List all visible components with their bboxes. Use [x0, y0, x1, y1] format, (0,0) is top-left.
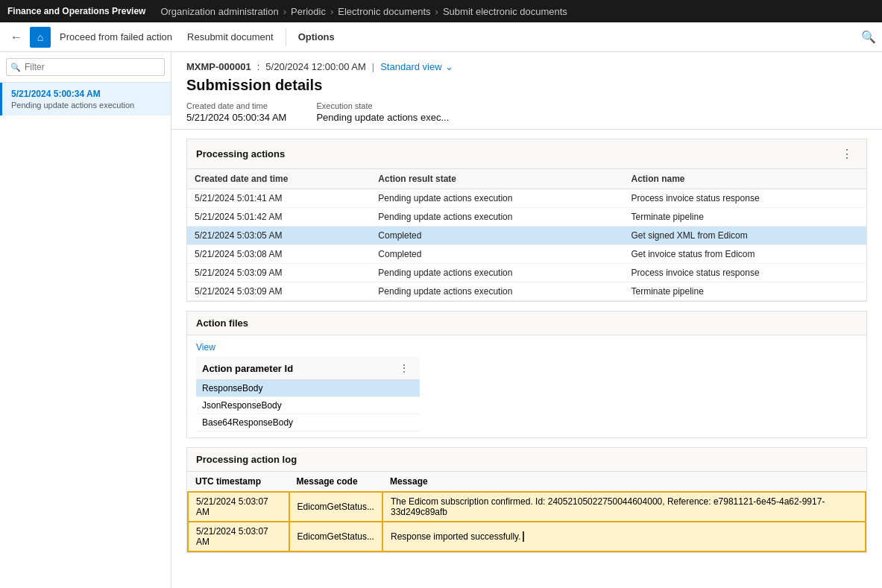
proceed-button[interactable]: Proceed from failed action [54, 28, 178, 45]
cell-state: Completed [371, 227, 623, 245]
content-header: MXMP-000001 : 5/20/2024 12:00:00 AM | St… [171, 52, 882, 130]
created-value: 5/21/2024 05:00:34 AM [186, 112, 286, 123]
toolbar: ← ⌂ Proceed from failed action Resubmit … [0, 22, 882, 52]
sidebar-item-0[interactable]: 5/21/2024 5:00:34 AM Pending update acti… [0, 83, 171, 116]
action-files-content: View Action parameter Id ⋮ [187, 335, 866, 437]
col-name[interactable]: Action name [623, 169, 866, 189]
table-row[interactable]: 5/21/2024 5:01:41 AM Pending update acti… [187, 189, 866, 208]
list-item[interactable]: ResponseBody [196, 380, 420, 397]
cell-name: Get invoice status from Edicom [623, 245, 866, 264]
log-timestamp: 5/21/2024 5:03:07 AM [188, 492, 289, 522]
cell-date: 5/21/2024 5:03:08 AM [187, 245, 371, 264]
chevron-down-icon: ⌄ [445, 61, 453, 72]
cell-name: Terminate pipeline [623, 282, 866, 301]
back-button[interactable]: ← [6, 29, 27, 45]
toolbar-separator [286, 28, 286, 46]
view-selector[interactable]: Standard view ⌄ [380, 61, 453, 72]
meta-row: Created date and time 5/21/2024 05:00:34… [186, 101, 867, 123]
breadcrumb: Organization administration › Periodic ›… [160, 6, 567, 17]
filter-icon: 🔍 [10, 63, 21, 72]
view-link[interactable]: View [196, 342, 215, 353]
file-name: JsonResponseBody [196, 397, 420, 414]
breadcrumb-sep-1: › [283, 6, 286, 17]
search-button[interactable]: 🔍 [861, 30, 876, 44]
processing-log-title: Processing action log [187, 448, 866, 472]
cell-date: 5/21/2024 5:03:05 AM [187, 227, 371, 245]
processing-actions-section: Processing actions ⋮ Created date and ti… [186, 139, 867, 302]
table-row[interactable]: 5/21/2024 5:03:05 AM Completed Get signe… [187, 227, 866, 245]
action-files-section: Action files View Action parameter Id ⋮ [186, 311, 867, 438]
list-item[interactable]: JsonResponseBody [196, 397, 420, 414]
cell-date: 5/21/2024 5:01:41 AM [187, 189, 371, 208]
top-nav-bar: Finance and Operations Preview Organizat… [0, 0, 882, 22]
sidebar-item-subtitle: Pending update actions execution [11, 101, 162, 110]
sidebar-filter-area: 🔍 [0, 52, 171, 83]
options-label: Options [298, 31, 335, 42]
log-col-timestamp[interactable]: UTC timestamp [188, 472, 289, 492]
cell-state: Completed [371, 245, 623, 264]
action-files-title: Action files [187, 312, 866, 335]
table-row[interactable]: 5/21/2024 5:03:08 AM Completed Get invoi… [187, 245, 866, 264]
content-area: MXMP-000001 : 5/20/2024 12:00:00 AM | St… [171, 52, 882, 588]
cell-date: 5/21/2024 5:03:09 AM [187, 282, 371, 301]
cell-name: Get signed XML from Edicom [623, 227, 866, 245]
log-timestamp: 5/21/2024 5:03:07 AM [188, 522, 289, 551]
resubmit-label: Resubmit document [187, 31, 274, 42]
cell-name: Terminate pipeline [623, 208, 866, 227]
meta-execution: Execution state Pending update actions e… [316, 101, 449, 123]
table-row[interactable]: 5/21/2024 5:01:42 AM Pending update acti… [187, 208, 866, 227]
breadcrumb-sep-3: › [435, 6, 438, 17]
files-table: Action parameter Id ⋮ ResponseBodyJsonRe… [196, 357, 420, 431]
processing-actions-title: Processing actions ⋮ [187, 139, 866, 169]
log-message: Response imported successfully. [382, 522, 866, 551]
processing-log-section: Processing action log UTC timestamp Mess… [186, 447, 867, 553]
table-row[interactable]: 5/21/2024 5:03:09 AM Pending update acti… [187, 282, 866, 301]
log-table: UTC timestamp Message code Message 5/21/… [187, 472, 866, 552]
log-header-row: UTC timestamp Message code Message [188, 472, 866, 492]
col-state[interactable]: Action result state [371, 169, 623, 189]
resubmit-button[interactable]: Resubmit document [181, 28, 280, 45]
files-col-menu-btn[interactable]: ⋮ [394, 361, 414, 376]
record-id: MXMP-000001 [186, 61, 251, 72]
files-header-row: Action parameter Id ⋮ [196, 357, 420, 380]
cell-state: Pending update actions execution [371, 282, 623, 301]
cell-name: Process invoice status response [623, 189, 866, 208]
log-code: EdicomGetStatus... [289, 522, 382, 551]
table-row[interactable]: 5/21/2024 5:03:07 AM EdicomGetStatus... … [188, 522, 866, 551]
view-label: Standard view [380, 61, 441, 72]
file-name: ResponseBody [196, 380, 420, 397]
breadcrumb-sep-2: › [330, 6, 333, 17]
log-message: The Edicom subscription confirmed. Id: 2… [382, 492, 866, 522]
home-button[interactable]: ⌂ [30, 27, 51, 48]
breadcrumb-submit[interactable]: Submit electronic documents [443, 6, 567, 17]
col-date[interactable]: Created date and time [187, 169, 371, 189]
filter-input[interactable] [6, 58, 165, 76]
app-title: Finance and Operations Preview [7, 6, 145, 16]
record-datetime: 5/20/2024 12:00:00 AM [265, 61, 365, 72]
processing-actions-menu-btn[interactable]: ⋮ [837, 145, 857, 162]
table-header-row: Created date and time Action result stat… [187, 169, 866, 189]
list-item[interactable]: Base64ResponseBody [196, 414, 420, 431]
cell-state: Pending update actions execution [371, 189, 623, 208]
cell-state: Pending update actions execution [371, 264, 623, 282]
options-button[interactable]: Options [292, 28, 341, 45]
cell-state: Pending update actions execution [371, 208, 623, 227]
breadcrumb-periodic[interactable]: Periodic [291, 6, 326, 17]
log-code: EdicomGetStatus... [289, 492, 382, 522]
execution-value: Pending update actions exec... [316, 112, 449, 123]
log-col-message[interactable]: Message [382, 472, 866, 492]
processing-actions-table: Created date and time Action result stat… [187, 169, 866, 301]
file-name: Base64ResponseBody [196, 414, 420, 431]
table-row[interactable]: 5/21/2024 5:03:09 AM Pending update acti… [187, 264, 866, 282]
files-col-header: Action parameter Id ⋮ [196, 357, 420, 380]
proceed-label: Proceed from failed action [60, 31, 172, 42]
execution-label: Execution state [316, 101, 449, 110]
main-layout: 🔍 5/21/2024 5:00:34 AM Pending update ac… [0, 52, 882, 588]
breadcrumb-org[interactable]: Organization administration [160, 6, 278, 17]
breadcrumb-electronic[interactable]: Electronic documents [338, 6, 430, 17]
cell-date: 5/21/2024 5:01:42 AM [187, 208, 371, 227]
table-row[interactable]: 5/21/2024 5:03:07 AM EdicomGetStatus... … [188, 492, 866, 522]
log-col-code[interactable]: Message code [289, 472, 382, 492]
meta-created: Created date and time 5/21/2024 05:00:34… [186, 101, 286, 123]
created-label: Created date and time [186, 101, 286, 110]
